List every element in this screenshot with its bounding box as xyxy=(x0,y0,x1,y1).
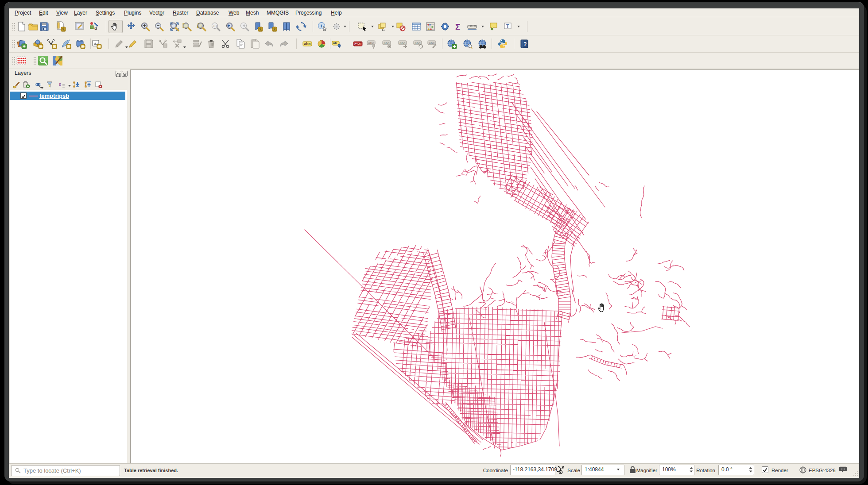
svg-text:1:1: 1:1 xyxy=(213,24,217,27)
svg-text:abc: abc xyxy=(415,41,421,45)
svg-text:Σ: Σ xyxy=(455,22,460,31)
svg-text:abc: abc xyxy=(384,41,390,45)
svg-text:i: i xyxy=(321,23,322,28)
svg-text:ε: ε xyxy=(59,81,61,87)
svg-text:abc: abc xyxy=(400,41,406,45)
svg-text:abc: abc xyxy=(304,42,311,46)
svg-text:T: T xyxy=(506,23,509,29)
svg-text:ab: ab xyxy=(333,41,337,45)
svg-text:abc: abc xyxy=(429,41,435,45)
svg-text:abc: abc xyxy=(368,41,374,45)
svg-text:?: ? xyxy=(523,41,527,47)
